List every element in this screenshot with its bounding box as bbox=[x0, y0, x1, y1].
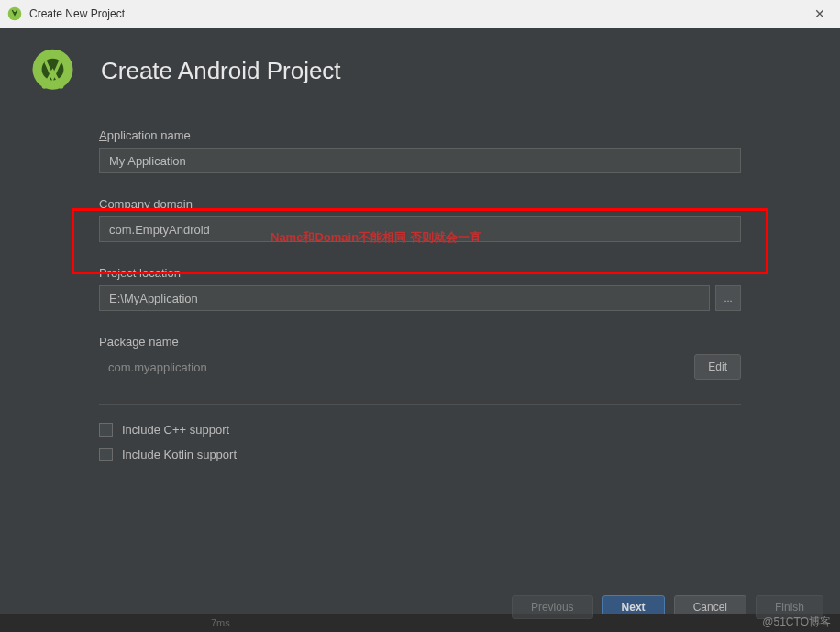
company-domain-label: Company domain bbox=[99, 197, 741, 211]
kotlin-support-checkbox[interactable]: Include Kotlin support bbox=[99, 448, 741, 461]
company-domain-input[interactable] bbox=[99, 216, 741, 242]
browse-button[interactable]: ... bbox=[715, 285, 741, 311]
project-location-input[interactable] bbox=[99, 285, 710, 311]
dialog-header: Create Android Project bbox=[0, 28, 840, 115]
package-name-label: Package name bbox=[99, 335, 741, 349]
android-studio-icon bbox=[7, 6, 22, 21]
form-area: Application name Company domain Project … bbox=[0, 115, 840, 582]
application-name-label: Application name bbox=[99, 128, 741, 142]
previous-button: Previous bbox=[512, 595, 593, 619]
cpp-support-label: Include C++ support bbox=[122, 423, 229, 437]
window-title: Create New Project bbox=[29, 7, 125, 20]
package-name-field: Package name com.myapplication Edit bbox=[99, 335, 741, 380]
package-name-value: com.myapplication bbox=[99, 360, 207, 374]
svg-point-4 bbox=[59, 83, 64, 89]
background-status: 7ms bbox=[0, 614, 840, 632]
application-name-field: Application name bbox=[99, 128, 741, 173]
svg-point-3 bbox=[42, 83, 48, 89]
main-area: 7ms Create Android Project Application n… bbox=[0, 28, 840, 632]
checkbox-icon bbox=[99, 448, 113, 461]
cpp-support-checkbox[interactable]: Include C++ support bbox=[99, 423, 741, 437]
android-studio-logo-icon bbox=[28, 46, 78, 96]
page-title: Create Android Project bbox=[101, 57, 341, 85]
edit-package-button[interactable]: Edit bbox=[694, 354, 741, 380]
project-location-label: Project location bbox=[99, 266, 741, 280]
close-icon[interactable]: ✕ bbox=[807, 6, 833, 21]
watermark: @51CTO博客 bbox=[762, 615, 831, 630]
company-domain-field: Company domain bbox=[99, 197, 741, 242]
kotlin-support-label: Include Kotlin support bbox=[122, 448, 237, 461]
project-location-field: Project location ... bbox=[99, 266, 741, 311]
application-name-input[interactable] bbox=[99, 148, 741, 173]
titlebar: Create New Project ✕ bbox=[0, 0, 840, 28]
checkbox-icon bbox=[99, 423, 113, 437]
separator bbox=[99, 404, 741, 405]
